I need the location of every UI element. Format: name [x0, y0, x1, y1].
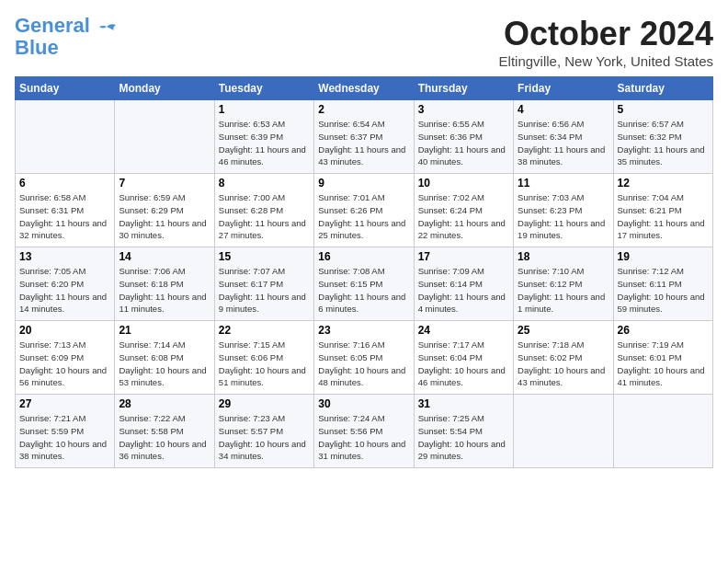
calendar-cell: 2Sunrise: 6:54 AM Sunset: 6:37 PM Daylig…: [314, 100, 414, 174]
calendar-cell: 6Sunrise: 6:58 AM Sunset: 6:31 PM Daylig…: [16, 174, 115, 247]
calendar-cell: 15Sunrise: 7:07 AM Sunset: 6:17 PM Dayli…: [214, 247, 313, 321]
day-number: 24: [418, 324, 509, 337]
day-of-week-header: Thursday: [414, 77, 513, 100]
calendar-cell: 30Sunrise: 7:24 AM Sunset: 5:56 PM Dayli…: [314, 395, 414, 468]
day-info: Sunrise: 6:58 AM Sunset: 6:31 PM Dayligh…: [19, 191, 110, 242]
calendar-cell: 11Sunrise: 7:03 AM Sunset: 6:23 PM Dayli…: [514, 174, 613, 247]
day-of-week-header: Sunday: [16, 77, 115, 100]
day-info: Sunrise: 7:08 AM Sunset: 6:15 PM Dayligh…: [318, 265, 409, 316]
logo-blue: Blue: [15, 36, 59, 59]
day-info: Sunrise: 7:03 AM Sunset: 6:23 PM Dayligh…: [518, 191, 609, 242]
logo-bird-icon: [94, 23, 119, 43]
day-of-week-header: Friday: [514, 77, 613, 100]
calendar-cell: 28Sunrise: 7:22 AM Sunset: 5:58 PM Dayli…: [115, 395, 214, 468]
logo-general: General: [15, 14, 90, 37]
day-of-week-header: Tuesday: [214, 77, 313, 100]
day-number: 22: [219, 324, 310, 337]
day-number: 26: [618, 324, 709, 337]
day-number: 21: [119, 324, 210, 337]
header-row: SundayMondayTuesdayWednesdayThursdayFrid…: [16, 77, 713, 100]
calendar-body: 1Sunrise: 6:53 AM Sunset: 6:39 PM Daylig…: [16, 100, 713, 468]
day-number: 28: [119, 397, 210, 410]
day-info: Sunrise: 7:12 AM Sunset: 6:11 PM Dayligh…: [618, 265, 709, 316]
day-info: Sunrise: 7:02 AM Sunset: 6:24 PM Dayligh…: [418, 191, 509, 242]
logo-text: General Blue: [15, 15, 90, 59]
calendar-cell: 14Sunrise: 7:06 AM Sunset: 6:18 PM Dayli…: [115, 247, 214, 321]
day-info: Sunrise: 7:05 AM Sunset: 6:20 PM Dayligh…: [19, 265, 110, 316]
calendar-header: SundayMondayTuesdayWednesdayThursdayFrid…: [16, 77, 713, 100]
calendar-week-row: 6Sunrise: 6:58 AM Sunset: 6:31 PM Daylig…: [16, 174, 713, 247]
calendar-cell: 19Sunrise: 7:12 AM Sunset: 6:11 PM Dayli…: [613, 247, 712, 321]
calendar-cell: [613, 395, 712, 468]
day-number: 19: [618, 250, 709, 263]
day-info: Sunrise: 7:09 AM Sunset: 6:14 PM Dayligh…: [418, 265, 509, 316]
day-info: Sunrise: 7:15 AM Sunset: 6:06 PM Dayligh…: [219, 339, 310, 389]
day-number: 12: [618, 177, 709, 190]
logo: General Blue: [15, 15, 119, 59]
day-info: Sunrise: 7:01 AM Sunset: 6:26 PM Dayligh…: [318, 191, 409, 242]
day-info: Sunrise: 7:17 AM Sunset: 6:04 PM Dayligh…: [418, 339, 509, 389]
calendar-cell: 23Sunrise: 7:16 AM Sunset: 6:05 PM Dayli…: [314, 321, 414, 395]
day-info: Sunrise: 6:54 AM Sunset: 6:37 PM Dayligh…: [318, 118, 409, 168]
calendar-week-row: 13Sunrise: 7:05 AM Sunset: 6:20 PM Dayli…: [16, 247, 713, 321]
calendar-cell: 7Sunrise: 6:59 AM Sunset: 6:29 PM Daylig…: [115, 174, 214, 247]
calendar-cell: 10Sunrise: 7:02 AM Sunset: 6:24 PM Dayli…: [414, 174, 513, 247]
day-info: Sunrise: 6:57 AM Sunset: 6:32 PM Dayligh…: [618, 118, 709, 168]
day-info: Sunrise: 7:25 AM Sunset: 5:54 PM Dayligh…: [418, 412, 509, 463]
calendar-cell: [115, 100, 214, 174]
calendar-cell: 5Sunrise: 6:57 AM Sunset: 6:32 PM Daylig…: [613, 100, 712, 174]
day-number: 3: [418, 103, 509, 116]
day-number: 25: [518, 324, 609, 337]
calendar-week-row: 20Sunrise: 7:13 AM Sunset: 6:09 PM Dayli…: [16, 321, 713, 395]
day-number: 8: [219, 177, 310, 190]
month-title: October 2024: [499, 15, 713, 53]
day-info: Sunrise: 7:24 AM Sunset: 5:56 PM Dayligh…: [318, 412, 409, 463]
day-info: Sunrise: 7:19 AM Sunset: 6:01 PM Dayligh…: [618, 339, 709, 389]
calendar-table: SundayMondayTuesdayWednesdayThursdayFrid…: [15, 76, 713, 468]
location: Eltingville, New York, United States: [499, 53, 713, 69]
calendar-cell: 25Sunrise: 7:18 AM Sunset: 6:02 PM Dayli…: [514, 321, 613, 395]
day-number: 20: [19, 324, 110, 337]
day-info: Sunrise: 7:10 AM Sunset: 6:12 PM Dayligh…: [518, 265, 609, 316]
calendar-cell: 21Sunrise: 7:14 AM Sunset: 6:08 PM Dayli…: [115, 321, 214, 395]
calendar-cell: 24Sunrise: 7:17 AM Sunset: 6:04 PM Dayli…: [414, 321, 513, 395]
day-info: Sunrise: 7:07 AM Sunset: 6:17 PM Dayligh…: [219, 265, 310, 316]
calendar-cell: 9Sunrise: 7:01 AM Sunset: 6:26 PM Daylig…: [314, 174, 414, 247]
day-number: 29: [219, 397, 310, 410]
day-number: 14: [119, 250, 210, 263]
day-number: 27: [19, 397, 110, 410]
calendar-cell: 17Sunrise: 7:09 AM Sunset: 6:14 PM Dayli…: [414, 247, 513, 321]
calendar-cell: [514, 395, 613, 468]
title-block: October 2024 Eltingville, New York, Unit…: [499, 15, 713, 69]
page-header: General Blue October 2024 Eltingville, N…: [15, 15, 713, 69]
day-info: Sunrise: 7:18 AM Sunset: 6:02 PM Dayligh…: [518, 339, 609, 389]
day-number: 31: [418, 397, 509, 410]
calendar-cell: 16Sunrise: 7:08 AM Sunset: 6:15 PM Dayli…: [314, 247, 414, 321]
day-info: Sunrise: 7:16 AM Sunset: 6:05 PM Dayligh…: [318, 339, 409, 389]
day-number: 1: [219, 103, 310, 116]
day-info: Sunrise: 7:00 AM Sunset: 6:28 PM Dayligh…: [219, 191, 310, 242]
day-number: 6: [19, 177, 110, 190]
day-of-week-header: Saturday: [613, 77, 712, 100]
calendar-cell: 26Sunrise: 7:19 AM Sunset: 6:01 PM Dayli…: [613, 321, 712, 395]
day-info: Sunrise: 7:22 AM Sunset: 5:58 PM Dayligh…: [119, 412, 210, 463]
day-number: 30: [318, 397, 409, 410]
day-number: 7: [119, 177, 210, 190]
calendar-cell: 13Sunrise: 7:05 AM Sunset: 6:20 PM Dayli…: [16, 247, 115, 321]
calendar-cell: [16, 100, 115, 174]
calendar-cell: 4Sunrise: 6:56 AM Sunset: 6:34 PM Daylig…: [514, 100, 613, 174]
day-number: 4: [518, 103, 609, 116]
day-number: 13: [19, 250, 110, 263]
calendar-cell: 12Sunrise: 7:04 AM Sunset: 6:21 PM Dayli…: [613, 174, 712, 247]
day-number: 23: [318, 324, 409, 337]
day-info: Sunrise: 7:04 AM Sunset: 6:21 PM Dayligh…: [618, 191, 709, 242]
calendar-cell: 3Sunrise: 6:55 AM Sunset: 6:36 PM Daylig…: [414, 100, 513, 174]
calendar-cell: 31Sunrise: 7:25 AM Sunset: 5:54 PM Dayli…: [414, 395, 513, 468]
calendar-cell: 8Sunrise: 7:00 AM Sunset: 6:28 PM Daylig…: [214, 174, 313, 247]
day-number: 16: [318, 250, 409, 263]
calendar-cell: 18Sunrise: 7:10 AM Sunset: 6:12 PM Dayli…: [514, 247, 613, 321]
day-number: 10: [418, 177, 509, 190]
day-info: Sunrise: 6:55 AM Sunset: 6:36 PM Dayligh…: [418, 118, 509, 168]
day-number: 17: [418, 250, 509, 263]
day-info: Sunrise: 6:56 AM Sunset: 6:34 PM Dayligh…: [518, 118, 609, 168]
